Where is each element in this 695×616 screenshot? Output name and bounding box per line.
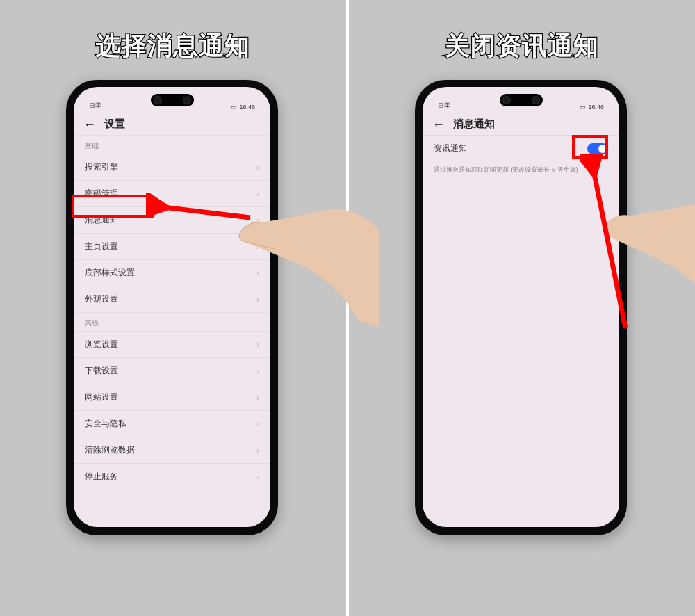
status-left-icons: 日零 bbox=[438, 102, 450, 111]
caption-left: 选择消息通知 bbox=[0, 29, 346, 63]
camera-cutout bbox=[500, 94, 543, 106]
row-download-settings[interactable]: 下载设置› bbox=[74, 357, 270, 384]
status-right-icons: ▭ 16:46 bbox=[580, 104, 604, 111]
row-homepage-settings[interactable]: 主页设置› bbox=[74, 233, 270, 259]
row-label: 网站设置 bbox=[85, 391, 118, 403]
tutorial-right-panel: 关闭资讯通知 日零 ▭ 16:46 ← 消息通知 资讯通知 通过推送通知 bbox=[349, 0, 695, 616]
row-appearance[interactable]: 外观设置› bbox=[74, 286, 270, 312]
chevron-right-icon: › bbox=[256, 472, 259, 482]
battery-icon: ▭ bbox=[231, 104, 237, 111]
row-label: 密码管理 bbox=[85, 188, 118, 200]
chevron-right-icon: › bbox=[256, 446, 259, 455]
row-label: 底部样式设置 bbox=[85, 267, 135, 279]
row-bottom-style[interactable]: 底部样式设置› bbox=[74, 259, 270, 286]
row-label: 浏览设置 bbox=[85, 339, 118, 350]
row-message-notification[interactable]: 消息通知› bbox=[74, 206, 270, 233]
row-browse-settings[interactable]: 浏览设置› bbox=[74, 331, 270, 357]
row-label: 资讯通知 bbox=[434, 143, 587, 154]
settings-screen: 日零 ▭ 16:46 ← 设置 基础 搜索引擎› 密码管理› 消息通知› 主页设… bbox=[74, 87, 270, 527]
chevron-right-icon: › bbox=[256, 268, 259, 278]
chevron-right-icon: › bbox=[256, 295, 259, 305]
row-search-engine[interactable]: 搜索引擎› bbox=[74, 154, 270, 180]
screen-title: 消息通知 bbox=[453, 117, 495, 131]
chevron-right-icon: › bbox=[256, 216, 259, 225]
row-label: 主页设置 bbox=[85, 241, 118, 252]
row-password-mgmt[interactable]: 密码管理› bbox=[74, 180, 270, 206]
row-label: 搜索引擎 bbox=[85, 161, 118, 173]
row-label: 外观设置 bbox=[85, 293, 118, 305]
phone-device-left: 日零 ▭ 16:46 ← 设置 基础 搜索引擎› 密码管理› 消息通知› 主页设… bbox=[66, 80, 278, 535]
screen-title: 设置 bbox=[104, 117, 125, 131]
chevron-right-icon: › bbox=[256, 340, 259, 350]
status-time: 16:46 bbox=[588, 104, 604, 111]
camera-cutout bbox=[151, 94, 194, 106]
toggle-description: 通过推送通知获取新闻更新 (更改设置最长 5 天生效) bbox=[423, 161, 619, 175]
screen-header: ← 消息通知 bbox=[423, 112, 619, 135]
row-label: 停止服务 bbox=[85, 471, 118, 483]
row-label: 消息通知 bbox=[85, 214, 118, 226]
status-time: 16:46 bbox=[239, 104, 255, 111]
tutorial-left-panel: 选择消息通知 日零 ▭ 16:46 ← 设置 基础 搜索引擎› 密码管理› 消息… bbox=[0, 0, 346, 616]
back-arrow-icon[interactable]: ← bbox=[83, 118, 96, 131]
status-right-icons: ▭ 16:46 bbox=[231, 104, 255, 111]
battery-icon: ▭ bbox=[580, 104, 586, 111]
phone-device-right: 日零 ▭ 16:46 ← 消息通知 资讯通知 通过推送通知获取新闻更新 (更改设… bbox=[415, 80, 627, 535]
chevron-right-icon: › bbox=[256, 419, 259, 429]
section-header-advanced: 高级 bbox=[74, 312, 270, 331]
chevron-right-icon: › bbox=[256, 189, 259, 199]
status-signal: 日零 bbox=[89, 102, 101, 111]
chevron-right-icon: › bbox=[256, 393, 259, 403]
caption-right: 关闭资讯通知 bbox=[349, 29, 695, 63]
toggle-switch-on[interactable] bbox=[587, 143, 608, 154]
section-header-basic: 基础 bbox=[74, 135, 270, 154]
row-stop-service[interactable]: 停止服务› bbox=[74, 463, 270, 489]
row-label: 下载设置 bbox=[85, 365, 118, 377]
row-website-settings[interactable]: 网站设置› bbox=[74, 384, 270, 410]
back-arrow-icon[interactable]: ← bbox=[432, 118, 445, 131]
row-label: 清除浏览数据 bbox=[85, 444, 135, 456]
row-clear-data[interactable]: 清除浏览数据› bbox=[74, 437, 270, 463]
row-news-notification-toggle[interactable]: 资讯通知 bbox=[423, 135, 619, 161]
chevron-right-icon: › bbox=[256, 242, 259, 252]
screen-header: ← 设置 bbox=[74, 112, 270, 135]
status-left-icons: 日零 bbox=[89, 102, 101, 111]
row-label: 安全与隐私 bbox=[85, 418, 126, 430]
row-security-privacy[interactable]: 安全与隐私› bbox=[74, 410, 270, 437]
chevron-right-icon: › bbox=[256, 366, 259, 376]
notification-screen: 日零 ▭ 16:46 ← 消息通知 资讯通知 通过推送通知获取新闻更新 (更改设… bbox=[423, 87, 619, 527]
chevron-right-icon: › bbox=[256, 163, 259, 172]
status-signal: 日零 bbox=[438, 102, 450, 111]
